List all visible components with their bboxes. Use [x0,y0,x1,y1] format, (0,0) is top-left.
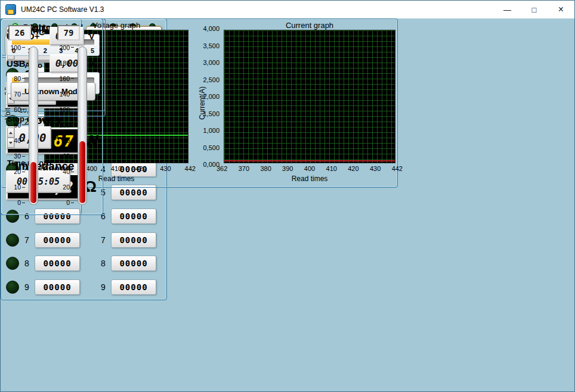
group-row: 700000700000 [2,232,165,248]
y-tick-label: 2,500 [203,76,220,83]
x-tick-label: 370 [239,165,249,172]
x-axis-label: Read times [224,175,395,183]
group-led-icon [6,257,19,270]
group-led-icon [6,281,19,294]
thermo-scale-label: 0 [52,200,74,206]
thermo-scale-label: 100 [52,122,74,128]
minimize-button[interactable]: — [494,1,521,18]
maximize-button[interactable]: □ [521,1,548,18]
fahrenheit-mercury [79,141,85,203]
energy-index: 7 [100,235,107,245]
celsius-value-display: 26 [8,25,31,41]
thermo-scale-label: 40 [52,169,74,175]
x-tick-label: 430 [160,165,171,172]
energy-value: 00000 [111,209,156,224]
title-bar: UM24C PC Software V1.3 — □ × [1,1,574,18]
thermo-scale-label: 70 [4,91,25,97]
fahrenheit-tube [78,46,87,205]
app-icon [5,4,16,15]
thermo-scale-label: 20 [52,184,74,191]
x-axis-ticks: 362370380390400410420430442 [217,165,403,172]
current-series-line [224,160,395,161]
thermo-scale-label: 80 [4,75,25,82]
thermo-scale-label: 100 [4,44,25,51]
x-tick-label: 442 [392,165,403,172]
celsius-unit-label: °C [36,28,45,37]
x-tick-label: 362 [217,165,227,172]
y-tick-label: 1,000 [203,127,220,134]
capacity-index: 7 [23,235,30,245]
energy-index: 9 [100,282,107,292]
x-tick-label: 400 [304,165,315,172]
thermo-scale-label: 10 [4,184,25,191]
x-tick-label: 420 [348,165,358,172]
thermo-scale-label: 80 [52,138,74,144]
thermo-scale-label: 180 [52,60,74,66]
x-tick-label: 430 [370,165,381,172]
celsius-scale: 1009080706050403020100 [4,44,25,206]
x-tick-label: 410 [111,165,122,172]
y-tick-label: 1,500 [203,110,220,117]
celsius-tube [29,46,38,205]
fahrenheit-value-display: 79 [57,25,80,41]
current-plot-area [224,30,395,163]
thermo-scale-label: 40 [4,138,25,144]
group-row: 800000800000 [2,256,165,271]
x-tick-label: 442 [185,165,196,172]
graph-title: Current graph [224,21,395,30]
y-axis-ticks: 4,0003,5003,0002,5002,0001,5001,0000,500… [198,25,221,168]
thermo-scale-label: 120 [52,106,74,113]
thermo-scale-label: 0 [4,200,25,206]
thermo-scale-label: 90 [4,60,25,66]
group-led-icon [6,234,19,247]
y-tick-label: 2,000 [203,93,220,100]
energy-value: 00000 [111,279,156,295]
energy-value: 00000 [111,256,156,271]
thermo-scale-label: 140 [52,91,74,97]
x-tick-label: 380 [260,165,271,172]
capacity-value: 00000 [35,256,80,271]
x-tick-label: 390 [282,165,293,172]
window-title: UM24C PC Software V1.3 [21,5,104,14]
energy-index: 8 [100,259,107,268]
y-tick-label: 4,000 [203,25,220,32]
thermo-scale-label: 50 [4,122,25,128]
thermo-scale-label: 60 [52,153,74,160]
y-tick-label: 0,500 [203,144,220,151]
thermo-scale-label: 30 [4,153,25,160]
y-tick-label: 3,500 [203,42,220,49]
current-graph: Current graph Current(A) 4,0003,5003,000… [198,19,398,187]
capacity-value: 00000 [35,279,80,295]
y-tick-label: 3,000 [203,59,220,66]
thermo-scale-label: 160 [52,75,74,82]
group-row: 900000900000 [2,279,165,295]
app-window: UM24C PC Software V1.3 — □ × 10 COM4 Dis… [0,0,575,392]
thermo-scale-label: 200 [52,44,74,51]
capacity-index: 9 [23,282,30,292]
fahrenheit-unit-label: °F [85,28,92,37]
capacity-index: 8 [23,259,30,268]
x-tick-label: 420 [135,165,146,172]
x-tick-label: 410 [326,165,337,172]
fahrenheit-scale: 200180160140120100806040200 [52,44,74,206]
celsius-mercury [30,162,36,203]
temperature-panel: 26 °C 1009080706050403020100 79 °F 20018… [1,18,103,215]
close-button[interactable]: × [548,1,574,18]
energy-value: 00000 [111,232,156,248]
thermo-scale-label: 60 [4,106,25,113]
main-area: 10 COM4 Disconnect ↻ Rotate screen → Nex… [1,18,574,391]
thermo-scale-label: 20 [4,169,25,175]
capacity-value: 00000 [35,232,80,248]
